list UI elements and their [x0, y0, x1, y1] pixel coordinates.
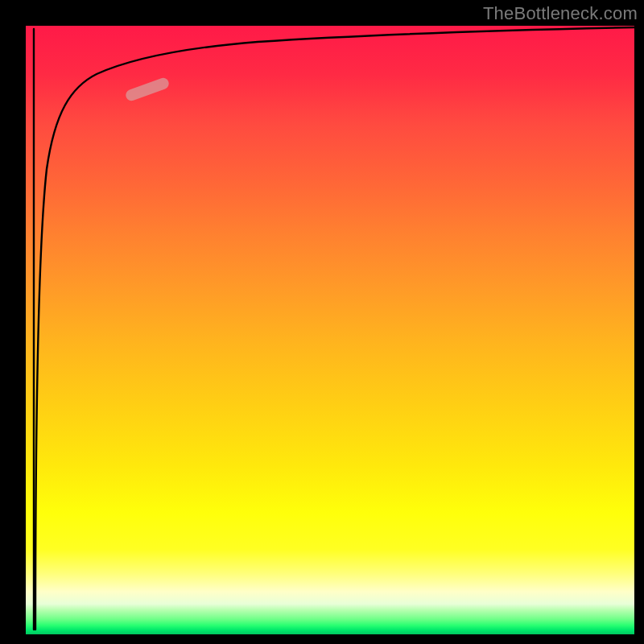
- watermark-text: TheBottleneck.com: [483, 3, 638, 24]
- chart-stage: TheBottleneck.com: [0, 0, 644, 644]
- y-axis-band: [0, 0, 26, 644]
- plot-area: [26, 26, 634, 634]
- x-axis-band: [0, 634, 644, 644]
